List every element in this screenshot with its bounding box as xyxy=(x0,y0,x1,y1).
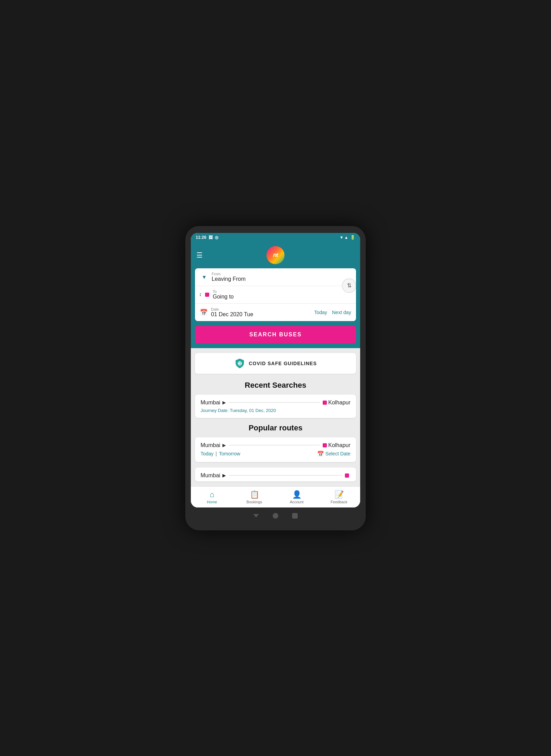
date-links: Today | Tomorrow xyxy=(201,451,240,456)
nav-feedback-label: Feedback xyxy=(331,500,347,504)
nav-bookings[interactable]: 📋 Bookings xyxy=(233,487,276,507)
from-value: Leaving From xyxy=(212,276,246,282)
recent-searches-section: Recent Searches Mumbai ▶ Kolhapur xyxy=(195,381,356,418)
search-buses-button[interactable]: SEARCH BUSES xyxy=(195,326,356,343)
popular-tomorrow-link[interactable]: Tomorrow xyxy=(219,451,240,456)
nav-bookings-label: Bookings xyxy=(246,500,262,504)
to-value: Going to xyxy=(213,294,234,300)
home-icon: ⌂ xyxy=(210,490,214,499)
date-value: 01 Dec 2020 Tue xyxy=(211,311,253,317)
date-label: Date xyxy=(211,307,253,311)
date-left: 📅 Date 01 Dec 2020 Tue xyxy=(200,307,253,318)
popular-routes-title: Popular routes xyxy=(195,423,356,432)
logo-circle: nt xyxy=(266,246,285,264)
dots-icon-2 xyxy=(200,295,201,296)
select-date-label: Select Date xyxy=(325,451,350,456)
logo: nt xyxy=(266,246,285,264)
back-button[interactable] xyxy=(253,514,259,518)
from-field[interactable]: From Leaving From xyxy=(212,272,246,282)
covid-text: COVID SAFE GUIDELINES xyxy=(249,361,317,366)
today-link[interactable]: Today xyxy=(314,310,327,315)
recents-button[interactable] xyxy=(292,513,298,519)
status-icon-1: 🖼 xyxy=(209,235,213,240)
covid-banner[interactable]: COVID SAFE GUIDELINES xyxy=(195,353,356,374)
swap-button[interactable]: ⇅ xyxy=(342,278,356,293)
signal-icon: ▲ xyxy=(344,235,348,240)
popular-today-link[interactable]: Today xyxy=(201,451,213,456)
next-day-link[interactable]: Next day xyxy=(332,310,351,315)
nav-feedback[interactable]: 📝 Feedback xyxy=(318,487,360,507)
home-button[interactable] xyxy=(273,513,278,519)
partial-from-city: Mumbai xyxy=(201,472,220,479)
to-field[interactable]: To Going to xyxy=(213,289,234,300)
route-from: Mumbai ▶ xyxy=(201,400,226,406)
nav-account-label: Account xyxy=(290,500,304,504)
popular-to: Kolhapur xyxy=(323,442,350,448)
hardware-buttons xyxy=(191,507,360,520)
to-city: Kolhapur xyxy=(328,400,350,406)
nav-home-label: Home xyxy=(207,500,217,504)
date-field[interactable]: Date 01 Dec 2020 Tue xyxy=(211,307,253,318)
search-card: ▾ From Leaving From ⇅ xyxy=(195,268,356,321)
from-label: From xyxy=(212,272,246,276)
popular-route-item[interactable]: Mumbai ▶ Kolhapur Today xyxy=(195,437,356,462)
account-icon: 👤 xyxy=(292,490,302,499)
popular-route-row: Mumbai ▶ Kolhapur xyxy=(201,442,350,448)
dropdown-icon: ▾ xyxy=(203,273,206,281)
popular-routes-section: Popular routes Mumbai ▶ Kolhapur xyxy=(195,423,356,481)
dots-icon-1 xyxy=(200,293,201,294)
date-quicklinks: Today Next day xyxy=(314,310,351,315)
status-time: 11:26 xyxy=(196,235,206,240)
recent-searches-title: Recent Searches xyxy=(195,381,356,390)
battery-icon: 🔋 xyxy=(350,235,355,240)
partial-route-row: Mumbai ▶ xyxy=(201,472,350,479)
popular-dest-dot-icon xyxy=(323,443,327,447)
popular-from-city: Mumbai xyxy=(201,442,220,448)
route-row: Mumbai ▶ Kolhapur xyxy=(201,400,350,406)
from-row[interactable]: ▾ From Leaving From ⇅ xyxy=(195,268,356,286)
status-icon-2: ◎ xyxy=(215,235,218,240)
from-icon: ▾ xyxy=(200,273,208,281)
partial-route-card: Mumbai ▶ xyxy=(195,468,356,481)
bookings-icon: 📋 xyxy=(250,490,259,499)
select-date-button[interactable]: 📅 Select Date xyxy=(317,451,350,457)
feedback-icon: 📝 xyxy=(334,490,344,499)
logo-text: nt xyxy=(273,252,278,259)
nav-home[interactable]: ⌂ Home xyxy=(191,487,233,507)
calendar-small-icon: 📅 xyxy=(317,451,324,457)
search-section: ▾ From Leaving From ⇅ xyxy=(191,268,360,348)
device-screen: 11:26 🖼 ◎ ▾ ▲ 🔋 ☰ nt xyxy=(191,233,360,507)
journey-date: Journey Date: Tuesday, 01 Dec, 2020 xyxy=(201,408,350,413)
bottom-nav: ⌂ Home 📋 Bookings 👤 Account 📝 Feedback xyxy=(191,486,360,507)
to-label: To xyxy=(213,289,234,294)
partial-play-icon: ▶ xyxy=(222,473,226,478)
shield-icon xyxy=(234,358,245,369)
popular-to-city: Kolhapur xyxy=(328,442,350,448)
date-separator: | xyxy=(215,451,217,456)
popular-play-icon: ▶ xyxy=(222,443,226,448)
recent-search-item[interactable]: Mumbai ▶ Kolhapur Journey Date: Tuesday,… xyxy=(195,395,356,418)
calendar-icon: 📅 xyxy=(200,309,207,316)
menu-button[interactable]: ☰ xyxy=(196,251,203,259)
popular-from: Mumbai ▶ xyxy=(201,442,226,448)
date-row[interactable]: 📅 Date 01 Dec 2020 Tue Today Next day xyxy=(195,304,356,321)
nav-account[interactable]: 👤 Account xyxy=(276,487,318,507)
device-frame: 11:26 🖼 ◎ ▾ ▲ 🔋 ☰ nt xyxy=(185,226,366,530)
swap-icon: ⇅ xyxy=(347,282,351,289)
route-to: Kolhapur xyxy=(323,400,350,406)
from-city: Mumbai xyxy=(201,400,220,406)
status-bar: 11:26 🖼 ◎ ▾ ▲ 🔋 xyxy=(191,233,360,242)
play-icon: ▶ xyxy=(222,400,226,405)
route-arrow xyxy=(229,402,320,403)
app-header: ☰ nt xyxy=(191,242,360,268)
dest-dot-icon xyxy=(323,401,327,405)
destination-dot-icon xyxy=(205,293,209,297)
popular-route-arrow xyxy=(229,445,320,445)
to-row[interactable]: To Going to xyxy=(195,286,356,304)
date-options: Today | Tomorrow 📅 Select Date xyxy=(201,451,350,457)
content-area: COVID SAFE GUIDELINES Recent Searches Mu… xyxy=(191,348,360,486)
wifi-icon: ▾ xyxy=(340,235,342,240)
